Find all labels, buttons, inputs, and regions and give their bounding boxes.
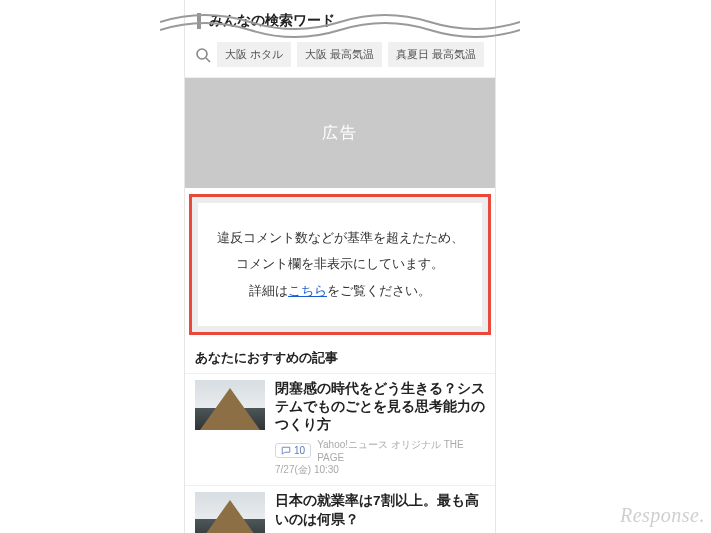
article-item[interactable]: 日本の就業率は7割以上。最も高いのは何県？ [185,485,495,533]
watermark-logo: Response. [620,504,705,527]
notice-line: 違反コメント数などが基準を超えたため、 [212,225,468,251]
comment-icon [281,446,291,456]
ad-label: 広告 [322,123,358,144]
article-title: 日本の就業率は7割以上。最も高いのは何県？ [275,492,485,528]
article-body: 閉塞感の時代をどう生きる？システムでものごとを見る思考能力のつくり方 10 Ya… [275,380,485,478]
notice-details-link[interactable]: こちら [288,284,327,298]
article-title: 閉塞感の時代をどう生きる？システムでものごとを見る思考能力のつくり方 [275,380,485,435]
section-accent-bar [197,13,201,29]
comment-count: 10 [294,445,305,456]
article-source: Yahoo!ニュース オリジナル THE PAGE [317,438,485,463]
article-thumbnail [195,492,265,533]
svg-point-0 [197,49,207,59]
notice-line: 詳細はこちらをご覧ください。 [212,278,468,304]
search-chip[interactable]: 真夏日 最高気温 [388,42,484,67]
search-section-header: みんなの検索ワード [185,0,495,36]
comment-disabled-highlight: 違反コメント数などが基準を超えたため、 コメント欄を非表示にしています。 詳細は… [189,194,491,335]
search-chip[interactable]: 大阪 最高気温 [297,42,382,67]
mobile-screen: みんなの検索ワード 大阪 ホタル 大阪 最高気温 真夏日 最高気温 広告 違反コ… [184,0,496,533]
article-thumbnail [195,380,265,430]
article-item[interactable]: 閉塞感の時代をどう生きる？システムでものごとを見る思考能力のつくり方 10 Ya… [185,373,495,486]
search-icon[interactable] [195,47,211,63]
article-date: 7/27(金) 10:30 [275,463,339,477]
comment-disabled-notice: 違反コメント数などが基準を超えたため、 コメント欄を非表示にしています。 詳細は… [198,203,482,326]
article-meta: 10 Yahoo!ニュース オリジナル THE PAGE [275,438,485,463]
search-chip[interactable]: 大阪 ホタル [217,42,291,67]
search-keyword-row: 大阪 ホタル 大阪 最高気温 真夏日 最高気温 [185,36,495,78]
notice-text: 詳細は [249,284,288,298]
notice-line: コメント欄を非表示にしています。 [212,251,468,277]
recommended-section-title: あなたにおすすめの記事 [185,343,495,373]
search-section-title: みんなの検索ワード [209,12,335,30]
comment-count-pill[interactable]: 10 [275,443,311,458]
article-meta-date: 7/27(金) 10:30 [275,463,485,477]
svg-line-1 [206,58,210,62]
ad-banner[interactable]: 広告 [185,78,495,188]
article-body: 日本の就業率は7割以上。最も高いのは何県？ [275,492,485,533]
notice-text: をご覧ください。 [327,284,431,298]
